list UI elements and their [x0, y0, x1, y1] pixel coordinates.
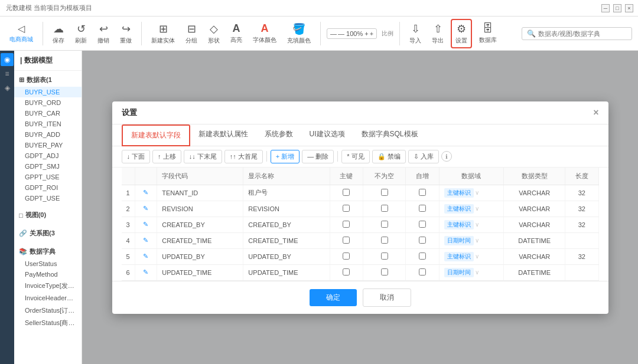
- sidebar-item-buyr-ord[interactable]: BUYR_ORD: [14, 97, 82, 108]
- row-autoinc-4[interactable]: [406, 232, 439, 248]
- row-domain-4[interactable]: 日期时间 ∨: [439, 232, 504, 248]
- sidebar-item-buyr-car[interactable]: BUYR_CAR: [14, 108, 82, 119]
- row-domain-3[interactable]: 主键标识 ∨: [439, 217, 504, 232]
- import-db-button[interactable]: ⇩ 入库: [408, 150, 439, 163]
- lock-button[interactable]: 🔒 禁编: [372, 150, 406, 163]
- info-icon[interactable]: ℹ: [441, 151, 452, 162]
- add-row-button[interactable]: + 新增: [271, 150, 300, 163]
- row-autoinc-2[interactable]: [406, 201, 439, 217]
- row-pk-5[interactable]: [330, 248, 363, 264]
- row-datatype-5[interactable]: VARCHAR: [504, 248, 565, 264]
- settings-button[interactable]: ⚙ 设置: [451, 19, 472, 48]
- sidebar-item-buyr-item[interactable]: BUYR_ITEN: [14, 119, 82, 129]
- sidebar-item-paymethod[interactable]: PayMethod: [14, 269, 82, 280]
- sidebar-item-orderstatus[interactable]: OrderStatus[订单状态]: [14, 304, 82, 317]
- search-input[interactable]: [538, 30, 627, 37]
- move-up-button[interactable]: ↑ 上移: [152, 150, 181, 163]
- row-pk-6[interactable]: [330, 264, 363, 280]
- zoom-control[interactable]: — — 100% + +: [327, 28, 377, 39]
- row-datatype-1[interactable]: VARCHAR: [504, 185, 565, 201]
- highlight-button[interactable]: A 高亮: [227, 20, 246, 47]
- row-edit-1[interactable]: ✎: [135, 185, 157, 201]
- sidebar-item-invoiceheader[interactable]: InvoiceHeaderType[发票抬头类型]: [14, 292, 82, 304]
- row-autoinc-3[interactable]: [406, 217, 439, 232]
- sidebar-item-gppt-use[interactable]: GPPT_USE: [14, 172, 82, 182]
- export-button[interactable]: ⇧ 导出: [428, 20, 447, 47]
- row-edit-3[interactable]: ✎: [135, 217, 157, 232]
- row-pk-1[interactable]: [330, 185, 363, 201]
- search-box[interactable]: 🔍: [522, 27, 632, 40]
- row-domain-5[interactable]: 主键标识 ∨: [439, 248, 504, 264]
- row-pk-2[interactable]: [330, 201, 363, 217]
- row-domain-1[interactable]: 主键标识 ∨: [439, 185, 504, 201]
- database-button[interactable]: 🗄 数据库: [476, 20, 500, 47]
- tab-default-fields[interactable]: 新建表默认字段: [122, 124, 190, 146]
- move-down-button[interactable]: ↓ 下面: [122, 150, 151, 163]
- sidebar-tables-title[interactable]: ⊞ 数据表(1: [14, 73, 82, 87]
- row-domain-2[interactable]: 主键标识 ∨: [439, 201, 504, 217]
- row-autoinc-1[interactable]: [406, 185, 439, 201]
- row-notnull-3[interactable]: [363, 217, 405, 232]
- sidebar-item-buyr-use[interactable]: BUYR_USE: [14, 87, 82, 97]
- row-datatype-6[interactable]: DATETIME: [504, 264, 565, 280]
- tab-ui-options[interactable]: UI建议选项: [301, 124, 353, 146]
- delete-row-button[interactable]: — 删除: [302, 150, 334, 163]
- row-pk-4[interactable]: [330, 232, 363, 248]
- save-button[interactable]: ☁ 保存: [49, 20, 68, 47]
- zoom-minus[interactable]: —: [330, 30, 337, 37]
- sidebar-dict-title[interactable]: 📚 数据字典: [14, 245, 82, 258]
- sidebar-views-title[interactable]: □ 视图(0): [14, 208, 82, 222]
- maximize-button[interactable]: □: [613, 4, 621, 12]
- import-button[interactable]: ⇩ 导入: [406, 20, 425, 47]
- sidebar-relations-title[interactable]: 🔗 关系图(3: [14, 227, 82, 240]
- new-table-button[interactable]: ⊞ 新建实体: [148, 20, 178, 47]
- row-pk-3[interactable]: [330, 217, 363, 232]
- icon-bar-model[interactable]: ◉: [1, 53, 14, 66]
- window-controls[interactable]: ─ □ ×: [601, 4, 633, 12]
- undo-button[interactable]: ↩ 撤销: [94, 20, 113, 47]
- sidebar-item-buyr-add[interactable]: BUYR_ADD: [14, 129, 82, 140]
- sidebar-item-gdpt-smj[interactable]: GDPT_SMJ: [14, 161, 82, 172]
- minimize-button[interactable]: ─: [601, 4, 610, 12]
- sidebar-item-gdpt-roi[interactable]: GDPT_ROI: [14, 182, 82, 193]
- row-datatype-4[interactable]: DATETIME: [504, 232, 565, 248]
- row-datatype-3[interactable]: VARCHAR: [504, 217, 565, 232]
- row-edit-6[interactable]: ✎: [135, 264, 157, 280]
- row-autoinc-5[interactable]: [406, 248, 439, 264]
- row-edit-5[interactable]: ✎: [135, 248, 157, 264]
- tab-system-params[interactable]: 系统参数: [256, 124, 301, 146]
- shape-button[interactable]: ◇ 形状: [204, 20, 223, 47]
- sidebar-item-sellerstatus[interactable]: SellerStatus[商家状态]: [14, 317, 82, 329]
- sidebar-item-userstatus[interactable]: UserStatus: [14, 258, 82, 269]
- zoom-plus[interactable]: +: [370, 30, 373, 37]
- nav-back-button[interactable]: ◁ 电商商城: [6, 21, 37, 46]
- fontcolor-button[interactable]: A 字体颜色: [249, 20, 280, 47]
- cancel-button[interactable]: 取消: [363, 288, 411, 307]
- icon-bar-list[interactable]: ≡: [1, 67, 14, 80]
- row-notnull-2[interactable]: [363, 201, 405, 217]
- redo-button[interactable]: ↪ 重做: [116, 20, 135, 47]
- visible-button[interactable]: * 可见: [341, 150, 369, 163]
- sidebar-item-gdpt-use[interactable]: GDPT_USE: [14, 193, 82, 204]
- row-notnull-6[interactable]: [363, 264, 405, 280]
- sidebar-item-invoicetype[interactable]: InvoiceType[发票类型]: [14, 280, 82, 292]
- sidebar-item-buyer-pay[interactable]: BUYER_PAY: [14, 140, 82, 150]
- row-edit-2[interactable]: ✎: [135, 201, 157, 217]
- close-button[interactable]: ×: [625, 4, 633, 12]
- icon-bar-settings[interactable]: ◈: [1, 81, 14, 94]
- row-autoinc-6[interactable]: [406, 264, 439, 280]
- row-notnull-1[interactable]: [363, 185, 405, 201]
- row-datatype-2[interactable]: VARCHAR: [504, 201, 565, 217]
- move-top-button[interactable]: ↑↑ 大首尾: [224, 150, 263, 163]
- move-bottom-button[interactable]: ↓↓ 下末尾: [184, 150, 222, 163]
- refresh-button[interactable]: ↺ 刷新: [71, 20, 90, 47]
- sidebar-item-gdpt-adj[interactable]: GDPT_ADJ: [14, 150, 82, 161]
- tab-default-attrs[interactable]: 新建表默认属性: [190, 124, 256, 146]
- modal-close-button[interactable]: ×: [593, 108, 598, 117]
- row-notnull-4[interactable]: [363, 232, 405, 248]
- fillcolor-button[interactable]: 🪣 充填颜色: [284, 20, 314, 47]
- split-button[interactable]: ⊟ 分组: [182, 20, 201, 47]
- row-edit-4[interactable]: ✎: [135, 232, 157, 248]
- confirm-button[interactable]: 确定: [310, 289, 357, 306]
- row-notnull-5[interactable]: [363, 248, 405, 264]
